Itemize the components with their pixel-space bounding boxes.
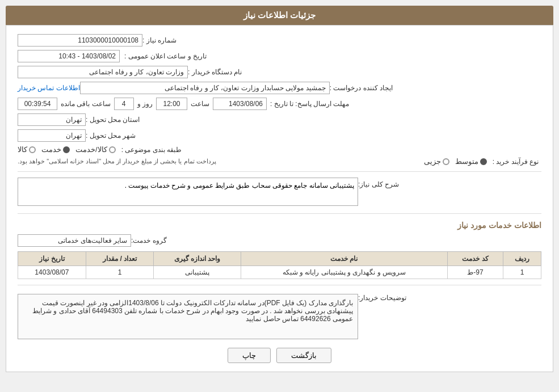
category-kala-label: کالا xyxy=(18,145,27,154)
print-button[interactable]: چاپ xyxy=(228,348,271,363)
category-label: طبقه بندی موضوعی : xyxy=(121,146,182,154)
remaining-value: 00:39:54 xyxy=(18,98,57,110)
province-label: استان محل تحویل : xyxy=(86,116,140,124)
response-days-label: روز و xyxy=(137,100,153,108)
creator-value: جمشید مولایی حسابدار وزارت تعاون، کار و … xyxy=(80,82,330,94)
buyer-notes-value: بارگذاری مدارک (یک فایل PDF)در سامانه تد… xyxy=(18,294,358,339)
response-deadline-label: مهلت ارسال پاسخ: تا تاریخ : xyxy=(270,100,349,108)
need-number-label: شماره نیاز : xyxy=(142,36,176,44)
service-group-value: سایر فعالیت‌های خدماتی xyxy=(18,234,131,247)
remaining-label: ساعت باقی مانده xyxy=(61,100,111,108)
province-value: تهران xyxy=(18,113,86,126)
purchase-motavasset-radio xyxy=(480,158,487,165)
purchase-jozyi-radio xyxy=(443,158,449,165)
contact-link[interactable]: اطلاعات تماس خریدار xyxy=(18,84,80,92)
col-header-unit: واحد اندازه گیری xyxy=(154,252,241,266)
purchase-note: پرداخت تمام یا بخشی از مبلغ خریدار از مح… xyxy=(18,158,418,165)
page-header: جزئیات اطلاعات نیاز xyxy=(6,6,553,25)
col-header-code: کد خدمت xyxy=(447,252,503,266)
announce-date-label: تاریخ و ساعت اعلان عمومی : xyxy=(124,52,207,60)
creator-label: ایجاد کننده درخواست : xyxy=(330,84,393,92)
response-days-value: 4 xyxy=(114,98,134,110)
back-button[interactable]: بازگشت xyxy=(276,348,331,363)
purchase-type-motavasset[interactable]: متوسط xyxy=(455,157,487,166)
category-khidmat-label: خدمت xyxy=(41,145,61,154)
need-desc-label: شرح کلی نیاز: xyxy=(358,180,399,188)
cell-row: 1 xyxy=(503,266,541,279)
purchase-type-jozyi[interactable]: جزیی xyxy=(424,157,449,166)
purchase-motavasset-label: متوسط xyxy=(455,157,478,166)
buyer-notes-label: توضیحات خریدار: xyxy=(358,294,406,302)
cell-quantity: 1 xyxy=(86,266,154,279)
org-name-label: نام دستگاه خریدار : xyxy=(188,68,242,76)
response-time-value: 12:00 xyxy=(156,98,187,110)
services-section-title: اطلاعات خدمات مورد نیاز xyxy=(18,221,541,230)
category-khidmat-radio xyxy=(63,146,70,153)
city-label: شهر محل تحویل : xyxy=(86,132,136,140)
category-khidmat[interactable]: خدمت xyxy=(41,145,70,154)
need-desc-textarea[interactable] xyxy=(18,178,358,206)
category-kala-radio xyxy=(29,146,36,153)
page-title: جزئیات اطلاعات نیاز xyxy=(243,10,316,20)
services-table: ردیف کد خدمت نام خدمت واحد اندازه گیری ت… xyxy=(18,251,541,279)
category-kala[interactable]: کالا xyxy=(18,145,36,154)
col-header-date: تاریخ نیاز xyxy=(18,252,86,266)
need-number-value: 1103000010000108 xyxy=(18,34,142,47)
announce-date-value: 1403/08/02 - 10:43 xyxy=(18,50,120,62)
table-row: 1 97-ط سرویس و نگهداری و پشتیبانی رایانه… xyxy=(18,266,541,279)
purchase-jozyi-label: جزیی xyxy=(424,157,441,166)
city-value: تهران xyxy=(18,129,86,142)
cell-date: 1403/08/07 xyxy=(18,266,86,279)
col-header-row: ردیف xyxy=(503,252,541,266)
response-time-label: ساعت xyxy=(191,100,209,108)
category-kala-khidmat-label: کالا/خدمت xyxy=(75,145,107,154)
org-name-value: وزارت تعاون، کار و رفاه اجتماعی xyxy=(18,66,188,78)
category-kala-khidmat[interactable]: کالا/خدمت xyxy=(75,145,116,154)
col-header-quantity: تعداد / مقدار xyxy=(86,252,154,266)
purchase-type-label: نوع فرآیند خرید : xyxy=(493,158,539,166)
cell-unit: پشتیبانی xyxy=(154,266,241,279)
category-kala-khidmat-radio xyxy=(109,146,116,153)
service-group-label: گروه خدمت: xyxy=(131,237,167,245)
response-date-value: 1403/08/06 xyxy=(213,98,267,110)
cell-name: سرویس و نگهداری و پشتیبانی رایانه و شبکه xyxy=(241,266,447,279)
col-header-name: نام خدمت xyxy=(241,252,447,266)
cell-code: 97-ط xyxy=(447,266,503,279)
buttons-row: بازگشت چاپ xyxy=(18,348,541,363)
